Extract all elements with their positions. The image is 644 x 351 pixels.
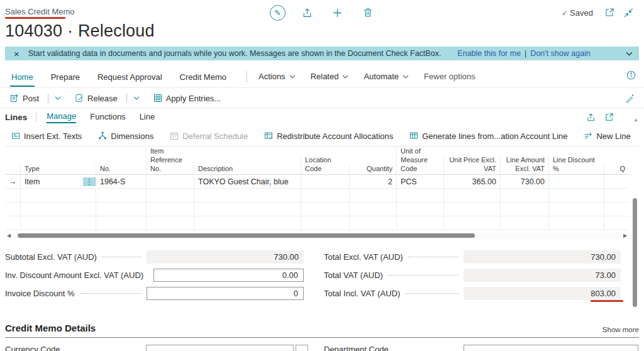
lines-tab-functions[interactable]: Functions [90, 112, 125, 123]
cell-unit-of-measure-code[interactable]: PCS [396, 175, 443, 188]
cell-line-discount[interactable] [548, 175, 604, 188]
cell-no[interactable]: 1964-S [96, 175, 146, 188]
post-dropdown-button[interactable] [55, 96, 61, 100]
cell-unit-price[interactable]: 365.00 [443, 175, 500, 188]
check-icon: ✓ [562, 9, 568, 18]
split-divider [48, 94, 48, 103]
new-document-button[interactable] [331, 7, 343, 18]
annotation-underline-total-incl-vat [591, 300, 623, 302]
chevron-down-icon [55, 96, 61, 100]
lines-tab-manage[interactable]: Manage [47, 111, 76, 123]
collapse-button[interactable] [623, 7, 634, 18]
chevron-down-icon [342, 75, 348, 79]
scroll-up-arrow[interactable]: ▲ [633, 117, 638, 123]
lines-tab-line[interactable]: Line [140, 112, 155, 123]
lines-share-button[interactable] [586, 113, 596, 122]
breadcrumb[interactable]: Sales Credit Memo [5, 7, 75, 16]
dont-show-again-link[interactable]: Don't show again [530, 49, 591, 58]
cell-line-amount[interactable]: 730.00 [500, 175, 548, 188]
release-button[interactable]: Release [75, 94, 140, 103]
close-icon[interactable]: × [14, 48, 19, 59]
column-header-unit-of-measure-code[interactable]: Unit of Measure Code [396, 147, 443, 176]
show-more-button[interactable]: Show more [602, 326, 639, 333]
chevron-down-icon [133, 96, 140, 100]
menu-actions[interactable]: Actions [258, 72, 296, 81]
column-header-line-discount[interactable]: Line Discount % [548, 156, 604, 177]
insert-ext-texts-button[interactable]: Insert Ext. Texts [11, 131, 82, 141]
empty-table-row [5, 203, 629, 216]
table-row[interactable]: → Item ⋮ 1964-S TOKYO Guest Chair, blue … [5, 175, 629, 189]
inv-discount-amount-field[interactable]: 0.00 [153, 269, 304, 282]
personalize-pin-icon [625, 93, 635, 103]
sales-credit-memo-page: Sales Credit Memo ✎ ✓ Saved 104030 · Rel… [0, 0, 644, 351]
release-document-icon [75, 94, 84, 103]
currency-code-lookup-button[interactable] [296, 345, 308, 351]
notification-expand-button[interactable] [626, 52, 633, 56]
lines-toolbar: Insert Ext. Texts Dimensions Deferral Sc… [5, 126, 639, 147]
cell-location-code[interactable] [301, 175, 349, 188]
fewer-options-button[interactable]: Fewer options [424, 72, 475, 81]
scroll-right-arrow[interactable]: ▶ [621, 233, 629, 238]
release-dropdown-button[interactable] [133, 96, 140, 100]
total-incl-vat-label: Total Incl. VAT (AUD) [324, 289, 400, 298]
menu-automate[interactable]: Automate [364, 72, 409, 81]
column-header-location-code[interactable]: Location Code [301, 156, 349, 177]
new-line-button[interactable]: New Line [584, 131, 630, 141]
plus-icon [332, 8, 343, 18]
delete-button[interactable] [362, 7, 374, 18]
open-in-new-window-button[interactable] [604, 7, 615, 18]
edit-button[interactable]: ✎ [270, 5, 286, 21]
horizontal-scrollbar-thumb[interactable] [18, 233, 475, 238]
scroll-left-arrow[interactable]: ◀ [5, 233, 13, 238]
apply-entries-button[interactable]: Apply Entries... [153, 94, 221, 103]
invoice-discount-pct-label: Invoice Discount % [5, 289, 75, 298]
department-code-row: Department Code [324, 345, 638, 351]
tab-home[interactable]: Home [10, 67, 35, 87]
currency-code-input[interactable] [146, 345, 294, 351]
lines-divider [36, 112, 36, 122]
cell-item-reference-no[interactable] [146, 175, 194, 188]
column-header-item-reference-no[interactable]: Item Reference No. [146, 147, 194, 176]
lines-focus-mode-button[interactable] [604, 113, 614, 122]
dotted-leader [405, 293, 458, 294]
lines-title: Lines [5, 113, 27, 122]
notification-bar: × Start validating data in documents and… [5, 47, 639, 60]
info-button[interactable] [626, 70, 636, 81]
enable-this-link[interactable]: Enable this for me [457, 49, 521, 58]
tab-prepare[interactable]: Prepare [50, 67, 81, 87]
cell-quantity[interactable]: 2 [349, 175, 396, 188]
department-code-input[interactable] [464, 345, 638, 351]
column-header-unit-price[interactable]: Unit Price Excl. VAT [443, 156, 500, 177]
share-icon [586, 113, 596, 122]
tab-credit-memo[interactable]: Credit Memo [179, 67, 228, 87]
pencil-icon: ✎ [274, 8, 281, 18]
deferral-schedule-button[interactable]: Deferral Schedule [170, 131, 248, 141]
cell-type[interactable]: Item [20, 175, 83, 188]
cell-description[interactable]: TOKYO Guest Chair, blue [194, 175, 301, 188]
post-button[interactable]: Post [10, 94, 61, 103]
invoice-discount-pct-field[interactable]: 0 [147, 287, 304, 300]
row-context-menu-button[interactable]: ⋮ [83, 175, 96, 188]
redistribute-account-allocations-button[interactable]: Redistribute Account Allocations [264, 131, 393, 141]
personalize-toolbar-button[interactable] [625, 93, 635, 103]
menu-related[interactable]: Related [311, 72, 349, 81]
cell-q[interactable] [604, 175, 629, 188]
tab-request-approval[interactable]: Request Approval [96, 67, 164, 87]
column-header-line-amount[interactable]: Line Amount Excl. VAT [500, 156, 548, 177]
vertical-ellipsis-icon[interactable]: ⋮ [83, 177, 96, 186]
page-title: 104030 · Relecloud [5, 21, 155, 41]
dimensions-button[interactable]: Dimensions [98, 131, 153, 141]
row-selector-arrow-icon: → [5, 175, 20, 188]
new-line-icon [584, 131, 592, 140]
generate-lines-button[interactable]: Generate lines from...ation Account Line [409, 131, 567, 141]
apply-entries-icon [153, 94, 162, 103]
credit-memo-details-header[interactable]: Credit Memo Details Show more [5, 320, 639, 338]
action-toolbar: Post Release Apply Entries... [0, 89, 644, 108]
share-button[interactable] [301, 7, 313, 18]
horizontal-scrollbar-track[interactable] [13, 233, 621, 238]
empty-table-row [5, 216, 629, 230]
vertical-scrollbar-thumb[interactable] [633, 198, 637, 307]
subtotal-label: Subtotal Excl. VAT (AUD) [5, 252, 97, 262]
post-document-icon [10, 94, 19, 103]
total-incl-vat-field: 803.00 [464, 287, 621, 300]
